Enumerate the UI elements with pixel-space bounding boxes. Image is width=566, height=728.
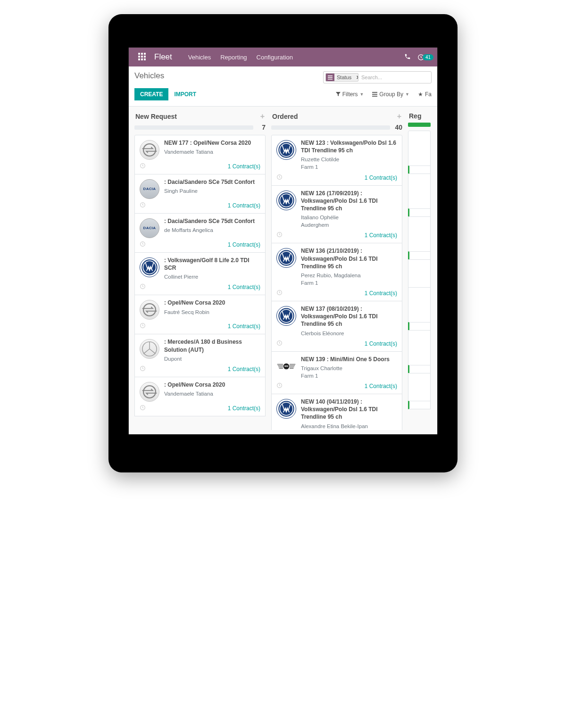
- activity-clock-icon[interactable]: [276, 382, 283, 390]
- kanban-card[interactable]: : Mercedes/A 180 d Business Solution (AU…: [134, 334, 266, 377]
- add-record-icon[interactable]: +: [397, 112, 401, 121]
- favorites-label: Fa: [425, 91, 432, 98]
- contracts-link[interactable]: 1 Contract(s): [228, 202, 260, 209]
- kanban-card[interactable]: NEW 140 (04/11/2019) : Volkswagen/Polo D…: [271, 394, 402, 430]
- contracts-link[interactable]: 1 Contract(s): [365, 174, 397, 181]
- kanban-card[interactable]: [408, 259, 431, 288]
- card-driver: Trigaux Charlotte: [301, 364, 397, 372]
- column-title[interactable]: New Request: [135, 113, 177, 120]
- kanban-card[interactable]: [408, 287, 431, 323]
- kanban-card[interactable]: [408, 216, 431, 252]
- activity-clock-icon[interactable]: [140, 323, 146, 330]
- kanban-card[interactable]: MININEW 139 : Mini/Mini One 5 DoorsTriga…: [271, 351, 402, 394]
- activity-clock-icon[interactable]: [140, 202, 146, 209]
- import-button[interactable]: IMPORT: [168, 88, 202, 100]
- progress-bar[interactable]: [134, 125, 253, 130]
- column-header: Ordered +: [271, 110, 402, 124]
- vw-logo-icon: [276, 248, 296, 268]
- svg-rect-7: [141, 58, 143, 60]
- kanban-column-new-request: New Request + 7 NEW 177 : Opel/New Corsa…: [132, 110, 268, 430]
- card-driver: Clerbois Eléonore: [301, 330, 397, 337]
- dacia-logo-icon: DACIA: [140, 179, 159, 199]
- column-header: Reg: [408, 110, 431, 123]
- kanban-card[interactable]: [408, 373, 431, 401]
- contracts-link[interactable]: 1 Contract(s): [365, 232, 397, 239]
- nav-vehicles[interactable]: Vehicles: [188, 54, 211, 61]
- kanban-card[interactable]: NEW 123 : Volkswagen/Polo Dsl 1.6 TDI Tr…: [271, 135, 402, 186]
- svg-rect-4: [141, 56, 143, 58]
- dacia-logo-icon: DACIA: [140, 218, 159, 238]
- activity-icon[interactable]: 41: [417, 54, 433, 61]
- kanban-card[interactable]: NEW 136 (21/10/2019) : Volkswagen/Polo D…: [271, 243, 402, 301]
- svg-rect-10: [328, 75, 333, 76]
- opel-logo-icon: [140, 140, 159, 160]
- activity-clock-icon[interactable]: [276, 340, 283, 347]
- contracts-link[interactable]: 1 Contract(s): [228, 366, 260, 372]
- kanban-card[interactable]: [408, 208, 431, 217]
- kanban-card[interactable]: DACIA: Dacia/Sandero SCe 75dt Confortde …: [134, 213, 266, 253]
- card-title: : Dacia/Sandero SCe 75dt Confort: [164, 178, 260, 186]
- kanban-card[interactable]: [408, 401, 431, 409]
- contracts-link[interactable]: 1 Contract(s): [228, 241, 260, 248]
- column-title[interactable]: Reg: [409, 112, 421, 120]
- favorites-dropdown[interactable]: ★ Fa: [418, 91, 432, 98]
- phone-icon[interactable]: [404, 53, 411, 61]
- kanban-card[interactable]: [408, 365, 431, 373]
- activity-clock-icon[interactable]: [276, 232, 283, 239]
- filters-dropdown[interactable]: Filters ▼: [336, 91, 364, 98]
- kanban-card[interactable]: NEW 126 (17/09/2019) : Volkswagen/Polo D…: [271, 185, 402, 244]
- kanban-card[interactable]: [408, 330, 431, 365]
- svg-text:MINI: MINI: [284, 365, 288, 367]
- activity-clock-icon[interactable]: [140, 283, 146, 291]
- contracts-link[interactable]: 1 Contract(s): [228, 284, 260, 290]
- contracts-link[interactable]: 1 Contract(s): [228, 323, 260, 330]
- kanban-card[interactable]: : Opel/New Corsa 2020Vandemaele Tatiana1…: [134, 377, 266, 416]
- kanban-card[interactable]: [408, 165, 431, 174]
- column-progress: 7: [134, 124, 266, 131]
- contracts-link[interactable]: 1 Contract(s): [228, 163, 260, 170]
- brand-title[interactable]: Fleet: [154, 52, 172, 62]
- vw-logo-icon: [276, 190, 296, 210]
- contracts-link[interactable]: 1 Contract(s): [365, 383, 397, 389]
- kanban-card[interactable]: [408, 322, 431, 331]
- activity-clock-icon[interactable]: [140, 241, 146, 248]
- kanban-card[interactable]: [408, 251, 431, 260]
- vw-logo-icon: [276, 140, 296, 160]
- create-button[interactable]: CREATE: [134, 88, 168, 100]
- nav-configuration[interactable]: Configuration: [257, 54, 293, 61]
- contracts-link[interactable]: 1 Contract(s): [228, 405, 260, 412]
- nav-reporting[interactable]: Reporting: [220, 54, 247, 61]
- groupby-dropdown[interactable]: Group By ▼: [372, 91, 409, 98]
- kanban-card[interactable]: : Volkswagen/Golf 8 Life 2.0 TDI SCRColl…: [134, 252, 266, 295]
- contracts-link[interactable]: 1 Contract(s): [365, 290, 397, 297]
- column-count: 40: [393, 124, 402, 131]
- kanban-view: New Request + 7 NEW 177 : Opel/New Corsa…: [129, 107, 437, 434]
- column-title[interactable]: Ordered: [272, 113, 298, 120]
- card-driver: Ruzette Clotilde: [301, 156, 397, 163]
- svg-rect-12: [328, 79, 333, 80]
- kanban-card[interactable]: NEW 137 (08/10/2019) : Volkswagen/Polo D…: [271, 301, 402, 352]
- facet-close-icon[interactable]: ✕: [354, 74, 358, 81]
- vw-logo-icon: [276, 399, 296, 419]
- progress-bar[interactable]: [408, 123, 431, 127]
- progress-bar[interactable]: [271, 125, 390, 130]
- add-record-icon[interactable]: +: [260, 112, 265, 121]
- kanban-card[interactable]: NEW 177 : Opel/New Corsa 2020Vandemaele …: [134, 135, 266, 174]
- search-input[interactable]: [358, 74, 429, 80]
- apps-icon[interactable]: [133, 53, 151, 62]
- card-driver: Collinet Pierre: [164, 273, 260, 281]
- kanban-card[interactable]: DACIA: Dacia/Sandero SCe 75dt ConfortSin…: [134, 174, 266, 214]
- card-driver: Singh Pauline: [164, 187, 260, 195]
- activity-clock-icon[interactable]: [276, 290, 283, 297]
- card-driver: de Moffarts Angelica: [164, 226, 260, 234]
- contracts-link[interactable]: 1 Contract(s): [365, 340, 397, 347]
- kanban-card[interactable]: : Opel/New Corsa 2020Fautré Secq Robin1 …: [134, 295, 266, 334]
- activity-clock-icon[interactable]: [140, 163, 146, 170]
- kanban-card[interactable]: [408, 131, 431, 166]
- search-box[interactable]: Status ✕: [323, 71, 432, 83]
- kanban-card[interactable]: [408, 174, 431, 209]
- activity-clock-icon[interactable]: [140, 405, 146, 412]
- activity-clock-icon[interactable]: [276, 174, 283, 182]
- card-location: Farm 1: [301, 163, 397, 171]
- activity-clock-icon[interactable]: [140, 365, 146, 373]
